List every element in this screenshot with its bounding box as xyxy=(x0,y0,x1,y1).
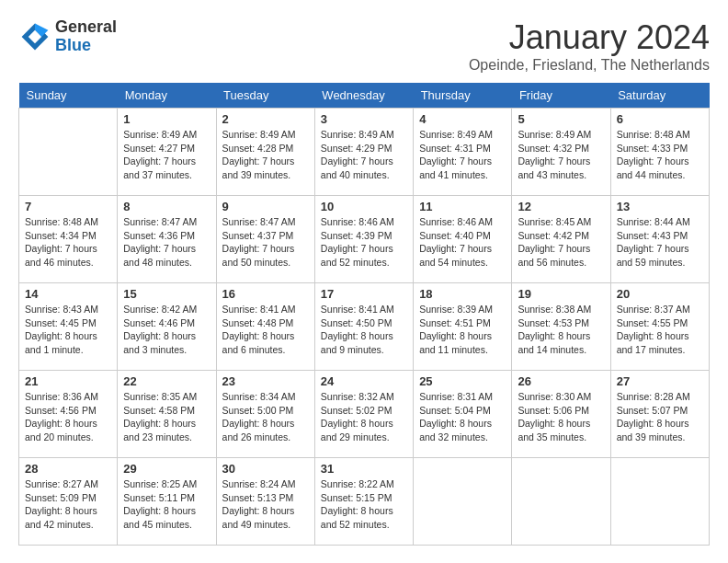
day-info: Sunrise: 8:47 AMSunset: 4:36 PMDaylight:… xyxy=(123,215,210,270)
logo-text: General Blue xyxy=(55,18,117,55)
day-number: 27 xyxy=(617,374,703,388)
day-cell: 24Sunrise: 8:32 AMSunset: 5:02 PMDayligh… xyxy=(314,371,413,458)
logo-icon xyxy=(18,20,51,53)
day-info: Sunrise: 8:22 AMSunset: 5:15 PMDaylight:… xyxy=(321,477,407,532)
day-info: Sunrise: 8:39 AMSunset: 4:51 PMDaylight:… xyxy=(419,303,506,357)
day-number: 5 xyxy=(518,112,604,126)
week-row: 7Sunrise: 8:48 AMSunset: 4:34 PMDaylight… xyxy=(19,196,710,283)
day-number: 1 xyxy=(123,112,210,126)
day-info: Sunrise: 8:27 AMSunset: 5:09 PMDaylight:… xyxy=(25,477,111,532)
day-cell: 8Sunrise: 8:47 AMSunset: 4:36 PMDaylight… xyxy=(118,196,216,283)
day-cell: 26Sunrise: 8:30 AMSunset: 5:06 PMDayligh… xyxy=(512,371,610,458)
day-cell: 28Sunrise: 8:27 AMSunset: 5:09 PMDayligh… xyxy=(19,458,118,546)
day-cell: 12Sunrise: 8:45 AMSunset: 4:42 PMDayligh… xyxy=(512,196,610,283)
day-info: Sunrise: 8:49 AMSunset: 4:29 PMDaylight:… xyxy=(321,128,407,182)
day-cell: 21Sunrise: 8:36 AMSunset: 4:56 PMDayligh… xyxy=(19,371,118,458)
day-number: 7 xyxy=(25,200,111,213)
day-number: 24 xyxy=(321,374,407,388)
day-cell: 30Sunrise: 8:24 AMSunset: 5:13 PMDayligh… xyxy=(216,458,314,546)
day-number: 8 xyxy=(123,200,210,213)
day-info: Sunrise: 8:28 AMSunset: 5:07 PMDaylight:… xyxy=(617,390,703,444)
logo-general-text: General xyxy=(55,17,117,36)
day-cell xyxy=(414,458,512,546)
day-info: Sunrise: 8:42 AMSunset: 4:46 PMDaylight:… xyxy=(123,303,210,357)
day-info: Sunrise: 8:36 AMSunset: 4:56 PMDaylight:… xyxy=(25,390,111,444)
day-cell: 18Sunrise: 8:39 AMSunset: 4:51 PMDayligh… xyxy=(414,283,512,371)
day-number: 28 xyxy=(25,462,111,476)
day-cell: 3Sunrise: 8:49 AMSunset: 4:29 PMDaylight… xyxy=(314,109,413,196)
day-number: 15 xyxy=(123,287,210,301)
day-cell: 4Sunrise: 8:49 AMSunset: 4:31 PMDaylight… xyxy=(414,109,512,196)
day-cell: 6Sunrise: 8:48 AMSunset: 4:33 PMDaylight… xyxy=(610,109,709,196)
weekday-header: Thursday xyxy=(414,83,512,109)
day-number: 14 xyxy=(25,287,111,301)
day-info: Sunrise: 8:35 AMSunset: 4:58 PMDaylight:… xyxy=(123,390,210,444)
day-number: 11 xyxy=(419,200,506,213)
weekday-header: Saturday xyxy=(610,83,709,109)
title-section: January 2024 Opeinde, Friesland, The Net… xyxy=(469,18,710,74)
weekday-header: Friday xyxy=(512,83,610,109)
day-cell: 7Sunrise: 8:48 AMSunset: 4:34 PMDaylight… xyxy=(19,196,118,283)
day-number: 17 xyxy=(321,287,407,301)
day-cell: 9Sunrise: 8:47 AMSunset: 4:37 PMDaylight… xyxy=(216,196,314,283)
day-number: 26 xyxy=(518,374,604,388)
day-info: Sunrise: 8:25 AMSunset: 5:11 PMDaylight:… xyxy=(123,477,210,532)
day-cell xyxy=(610,458,709,546)
day-info: Sunrise: 8:48 AMSunset: 4:34 PMDaylight:… xyxy=(25,215,111,270)
day-cell xyxy=(19,109,118,196)
day-info: Sunrise: 8:48 AMSunset: 4:33 PMDaylight:… xyxy=(617,128,703,182)
day-cell: 5Sunrise: 8:49 AMSunset: 4:32 PMDaylight… xyxy=(512,109,610,196)
day-info: Sunrise: 8:41 AMSunset: 4:48 PMDaylight:… xyxy=(222,303,309,357)
week-row: 1Sunrise: 8:49 AMSunset: 4:27 PMDaylight… xyxy=(19,109,710,196)
week-row: 14Sunrise: 8:43 AMSunset: 4:45 PMDayligh… xyxy=(19,283,710,371)
day-number: 21 xyxy=(25,374,111,388)
day-cell: 2Sunrise: 8:49 AMSunset: 4:28 PMDaylight… xyxy=(216,109,314,196)
day-cell: 20Sunrise: 8:37 AMSunset: 4:55 PMDayligh… xyxy=(610,283,709,371)
day-info: Sunrise: 8:49 AMSunset: 4:32 PMDaylight:… xyxy=(518,128,604,182)
calendar-table: SundayMondayTuesdayWednesdayThursdayFrid… xyxy=(18,83,710,546)
day-cell xyxy=(512,458,610,546)
day-cell: 22Sunrise: 8:35 AMSunset: 4:58 PMDayligh… xyxy=(118,371,216,458)
day-number: 29 xyxy=(123,462,210,476)
day-cell: 17Sunrise: 8:41 AMSunset: 4:50 PMDayligh… xyxy=(314,283,413,371)
day-info: Sunrise: 8:37 AMSunset: 4:55 PMDaylight:… xyxy=(617,303,703,357)
day-info: Sunrise: 8:41 AMSunset: 4:50 PMDaylight:… xyxy=(321,303,407,357)
day-cell: 16Sunrise: 8:41 AMSunset: 4:48 PMDayligh… xyxy=(216,283,314,371)
day-cell: 15Sunrise: 8:42 AMSunset: 4:46 PMDayligh… xyxy=(118,283,216,371)
day-cell: 29Sunrise: 8:25 AMSunset: 5:11 PMDayligh… xyxy=(118,458,216,546)
logo: General Blue xyxy=(18,18,117,55)
page-header: General Blue January 2024 Opeinde, Fries… xyxy=(18,18,710,74)
day-cell: 10Sunrise: 8:46 AMSunset: 4:39 PMDayligh… xyxy=(314,196,413,283)
day-number: 25 xyxy=(419,374,506,388)
day-cell: 14Sunrise: 8:43 AMSunset: 4:45 PMDayligh… xyxy=(19,283,118,371)
day-number: 18 xyxy=(419,287,506,301)
weekday-header: Monday xyxy=(118,83,216,109)
day-number: 9 xyxy=(222,200,309,213)
weekday-header: Wednesday xyxy=(314,83,413,109)
day-info: Sunrise: 8:34 AMSunset: 5:00 PMDaylight:… xyxy=(222,390,309,444)
day-number: 22 xyxy=(123,374,210,388)
week-row: 21Sunrise: 8:36 AMSunset: 4:56 PMDayligh… xyxy=(19,371,710,458)
day-cell: 25Sunrise: 8:31 AMSunset: 5:04 PMDayligh… xyxy=(414,371,512,458)
day-number: 12 xyxy=(518,200,604,213)
day-cell: 1Sunrise: 8:49 AMSunset: 4:27 PMDaylight… xyxy=(118,109,216,196)
week-row: 28Sunrise: 8:27 AMSunset: 5:09 PMDayligh… xyxy=(19,458,710,546)
day-info: Sunrise: 8:31 AMSunset: 5:04 PMDaylight:… xyxy=(419,390,506,444)
day-number: 23 xyxy=(222,374,309,388)
logo-blue-text: Blue xyxy=(55,36,91,54)
weekday-header-row: SundayMondayTuesdayWednesdayThursdayFrid… xyxy=(19,83,710,109)
day-info: Sunrise: 8:44 AMSunset: 4:43 PMDaylight:… xyxy=(617,215,703,270)
month-title: January 2024 xyxy=(469,18,710,57)
day-info: Sunrise: 8:49 AMSunset: 4:28 PMDaylight:… xyxy=(222,128,309,182)
day-number: 20 xyxy=(617,287,703,301)
day-info: Sunrise: 8:38 AMSunset: 4:53 PMDaylight:… xyxy=(518,303,604,357)
day-info: Sunrise: 8:32 AMSunset: 5:02 PMDaylight:… xyxy=(321,390,407,444)
weekday-header: Sunday xyxy=(19,83,118,109)
weekday-header: Tuesday xyxy=(216,83,314,109)
day-info: Sunrise: 8:46 AMSunset: 4:40 PMDaylight:… xyxy=(419,215,506,270)
day-cell: 31Sunrise: 8:22 AMSunset: 5:15 PMDayligh… xyxy=(314,458,413,546)
day-info: Sunrise: 8:45 AMSunset: 4:42 PMDaylight:… xyxy=(518,215,604,270)
day-number: 4 xyxy=(419,112,506,126)
day-number: 2 xyxy=(222,112,309,126)
day-cell: 11Sunrise: 8:46 AMSunset: 4:40 PMDayligh… xyxy=(414,196,512,283)
